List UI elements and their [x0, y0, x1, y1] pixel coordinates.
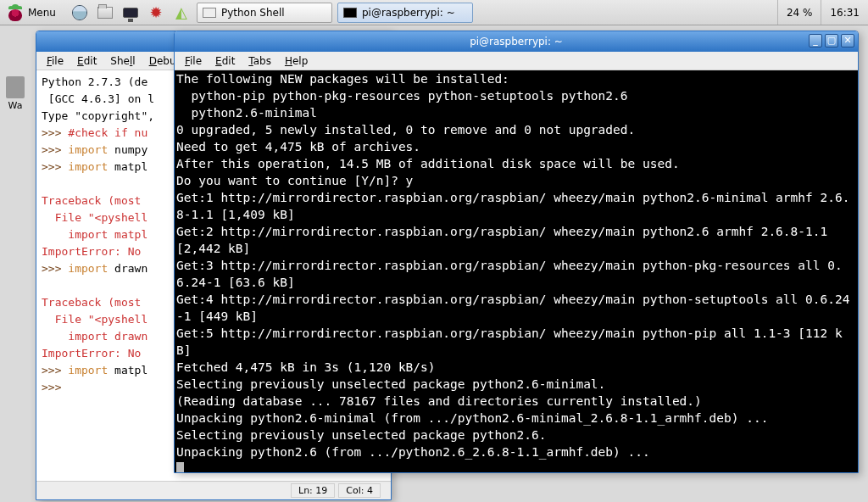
- wolfram-launcher[interactable]: ◭: [170, 3, 192, 23]
- window-icon: [203, 8, 216, 18]
- leaf-icon: ◭: [175, 3, 187, 21]
- cpu-usage: 24 %: [777, 0, 821, 25]
- menu-tabs[interactable]: Tabs: [243, 53, 276, 69]
- terminal-menubar: File Edit Tabs Help: [175, 52, 858, 70]
- terminal-content[interactable]: The following NEW packages will be insta…: [175, 70, 858, 472]
- menu-help[interactable]: Help: [280, 53, 313, 69]
- task-label: Python Shell: [221, 7, 285, 19]
- menu-file[interactable]: File: [180, 53, 207, 69]
- filemanager-launcher[interactable]: [94, 3, 116, 23]
- window-controls: _ ▢ ✕: [809, 34, 854, 47]
- terminal-launcher[interactable]: [120, 3, 142, 23]
- browser-launcher[interactable]: [69, 3, 91, 23]
- terminal-window[interactable]: pi@raspberrypi: ~ _ ▢ ✕ File Edit Tabs H…: [174, 31, 859, 473]
- taskbar: Menu ✹ ◭ Python Shell pi@raspberrypi: ~ …: [0, 0, 868, 25]
- menu-label: Menu: [28, 7, 56, 19]
- maximize-button[interactable]: ▢: [825, 34, 838, 47]
- raspberry-pi-logo-icon: [8, 3, 23, 22]
- menu-button[interactable]: Menu: [2, 3, 65, 23]
- window-titlebar[interactable]: pi@raspberrypi: ~ _ ▢ ✕: [175, 31, 858, 52]
- python-statusbar: Ln: 19 Col: 4: [36, 481, 391, 499]
- trash-icon: [6, 76, 25, 98]
- folder-icon: [97, 7, 113, 19]
- task-label: pi@raspberrypi: ~: [362, 7, 455, 19]
- mathematica-launcher[interactable]: ✹: [145, 3, 167, 23]
- close-button[interactable]: ✕: [841, 34, 854, 47]
- task-python-shell[interactable]: Python Shell: [197, 3, 332, 23]
- wastebasket-icon[interactable]: Wa: [0, 76, 31, 111]
- menu-edit[interactable]: Edit: [210, 53, 240, 69]
- status-line: Ln: 19: [291, 483, 335, 498]
- menu-edit[interactable]: Edit: [72, 53, 102, 69]
- terminal-icon: [343, 8, 357, 18]
- star-icon: ✹: [149, 5, 162, 20]
- panel-right: 24 % 16:31: [777, 0, 868, 25]
- menu-file[interactable]: File: [42, 53, 69, 69]
- terminal-cursor: [176, 462, 184, 472]
- menu-shell[interactable]: Shell: [105, 53, 140, 69]
- minimize-button[interactable]: _: [809, 34, 822, 47]
- task-terminal[interactable]: pi@raspberrypi: ~: [337, 3, 473, 23]
- monitor-icon: [123, 8, 138, 18]
- clock: 16:31: [821, 0, 868, 25]
- globe-icon: [72, 5, 87, 20]
- window-title: pi@raspberrypi: ~: [470, 36, 563, 47]
- status-col: Col: 4: [338, 483, 381, 498]
